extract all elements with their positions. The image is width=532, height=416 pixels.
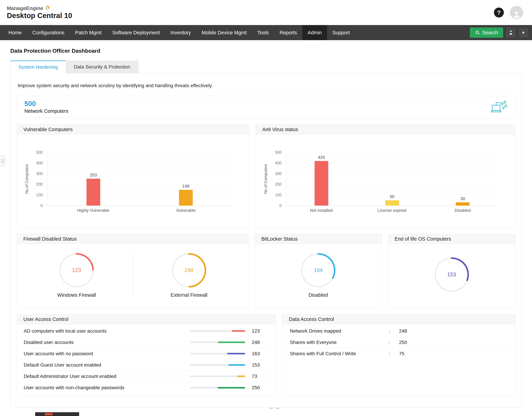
nav-item-mobile-device-mgmt[interactable]: Mobile Device Mgmt: [196, 25, 252, 40]
uac-row-value: 73: [252, 374, 269, 379]
bar-highly-vulnerable[interactable]: [86, 179, 100, 206]
dac-row-colon: :: [389, 340, 399, 345]
uac-row-user-accounts-with-non-changeable-passwords[interactable]: User accounts with non-changeable passwo…: [17, 382, 276, 393]
dashboard-tabs: System Hardening Data Security & Protect…: [10, 61, 522, 73]
gauge-external-firewall[interactable]: 248External Firewall: [170, 251, 208, 298]
anti-virus-status-card-body: No.of Computers01002003004005004205030No…: [256, 134, 515, 227]
dac-row-colon: :: [389, 328, 399, 334]
dac-row-value: 75: [399, 351, 404, 356]
dac-row-value: 250: [399, 340, 407, 345]
uac-progress-fill: [218, 341, 245, 343]
user-access-control-card: User Access ControlAD computers with loc…: [17, 314, 276, 396]
tab-system-hardening[interactable]: System Hardening: [10, 61, 66, 73]
gauge-value: 164: [299, 251, 337, 289]
bar-column-vulnerable: 149: [140, 152, 232, 206]
y-tick-label: 100: [32, 193, 43, 197]
bar-license-expired[interactable]: [385, 200, 399, 206]
dac-row-shares-with-full-control-write[interactable]: Shares with Full Control / Write:75: [282, 348, 515, 359]
end-of-life-os-computers-card-title: End of life OS Computers: [388, 234, 515, 244]
end-of-life-os-computers-card-body: 153: [388, 244, 515, 308]
gauge-value: 248: [170, 251, 208, 289]
avatar[interactable]: [510, 6, 523, 19]
uac-row-value: 248: [252, 340, 269, 345]
network-computers-card[interactable]: 500 Network Computers: [17, 96, 515, 118]
page-title: Data Protection Officer Dashboard: [10, 48, 522, 54]
search-button[interactable]: Search: [470, 28, 503, 38]
y-tick-label: 200: [271, 182, 282, 187]
charts-row: Vulnerable ComputersNo.of Computers01002…: [17, 124, 515, 227]
uac-row-disabled-user-accounts[interactable]: Disabled user accounts248: [17, 337, 276, 348]
uac-progress-track: [190, 364, 245, 366]
uac-progress-fill: [228, 364, 245, 366]
gauge-end-of-life-os-computers[interactable]: 153: [433, 256, 471, 293]
vulnerable-computers-card-body: No.of Computers0100200300400500253149Hig…: [17, 134, 249, 227]
bar-category-label: Highly Vulnerable: [47, 208, 140, 213]
dac-row-shares-with-everyone[interactable]: Shares with Everyone:250: [282, 337, 515, 348]
uac-progress-track: [190, 376, 245, 377]
nav-item-home[interactable]: Home: [3, 25, 27, 40]
dac-row-label: Shares with Full Control / Write: [290, 351, 389, 356]
assistant-button[interactable]: [506, 28, 516, 38]
uac-row-default-guest-user-account-enabled[interactable]: Default Guest User account enabled153: [17, 359, 276, 371]
uac-row-default-administrator-user-account-enabled[interactable]: Default Administrator User account enabl…: [17, 371, 276, 382]
data-access-control-card-title: Data Access Control: [282, 314, 515, 324]
nav-item-tools[interactable]: Tools: [252, 25, 274, 40]
firewall-disabled-status-card: Firewall Disabled Status123Windows Firew…: [17, 234, 248, 308]
anti-virus-status-card: Anti Virus statusNo.of Computers01002003…: [256, 124, 515, 227]
gauge-windows-firewall[interactable]: 123Windows Firewall: [57, 251, 96, 298]
nav-item-reports[interactable]: Reports: [274, 25, 302, 40]
bar-value-label: 149: [182, 184, 189, 189]
bar-value-label: 30: [460, 196, 465, 201]
gauge-disabled[interactable]: 164Disabled: [299, 251, 337, 298]
nav-item-configurations[interactable]: Configurations: [27, 25, 70, 40]
data-access-control-card-body: Network Drives mapped:248Shares with Eve…: [282, 324, 515, 395]
uac-progress-track: [190, 330, 245, 332]
uac-progress-fill: [227, 353, 245, 354]
vulnerable-computers-card: Vulnerable ComputersNo.of Computers01002…: [17, 124, 249, 227]
bar-category-label: Disabled: [427, 208, 498, 213]
bitlocker-status-card: BitLocker Status164Disabled: [255, 234, 382, 308]
cropped-overlay-red-block: [45, 413, 53, 415]
uac-progress-fill: [237, 376, 245, 377]
user-access-control-card-title: User Access Control: [17, 314, 276, 324]
user-access-control-card-body: AD computers with local user accounts123…: [17, 324, 276, 395]
firewall-disabled-status-card-body: 123Windows Firewall248External Firewall: [17, 244, 248, 308]
nav-item-software-deployment[interactable]: Software Deployment: [107, 25, 165, 40]
network-computers-count[interactable]: 500: [24, 100, 68, 108]
gauge-value: 123: [58, 251, 95, 289]
bitlocker-status-card-title: BitLocker Status: [255, 234, 382, 244]
uac-progress-fill: [232, 330, 245, 332]
gauge-label: Windows Firewall: [57, 292, 96, 298]
quick-actions-button[interactable]: [519, 28, 529, 38]
nav-item-inventory[interactable]: Inventory: [165, 25, 196, 40]
side-panel-toggle[interactable]: [0, 155, 5, 167]
product-name: Desktop Central 10: [7, 11, 72, 20]
y-tick-label: 100: [271, 193, 282, 197]
bar-column-license-expired: 50: [357, 152, 428, 206]
dac-row-label: Shares with Everyone: [290, 340, 389, 345]
uac-row-label: User accounts with no password: [24, 351, 190, 356]
y-tick-label: 300: [32, 171, 43, 176]
bar-not-installed[interactable]: [314, 161, 328, 206]
brand-logo[interactable]: ManageEngine Desktop Central 10: [7, 5, 72, 20]
y-tick-label: 200: [32, 182, 43, 187]
uac-row-ad-computers-with-local-user-accounts[interactable]: AD computers with local user accounts123: [17, 325, 276, 337]
dac-row-network-drives-mapped[interactable]: Network Drives mapped:248: [282, 325, 515, 337]
nav-item-patch-mgmt[interactable]: Patch Mgmt: [70, 25, 107, 40]
bar-column-highly-vulnerable: 253: [47, 152, 140, 206]
dac-row-colon: :: [389, 351, 399, 356]
tables-row: User Access ControlAD computers with loc…: [17, 314, 515, 396]
help-icon[interactable]: ?: [494, 8, 504, 18]
y-tick-label: 400: [271, 161, 282, 165]
nav-item-support[interactable]: Support: [327, 25, 355, 40]
dac-row-label: Network Drives mapped: [290, 328, 389, 334]
nav-item-admin[interactable]: Admin: [302, 25, 327, 40]
uac-progress-track: [190, 341, 245, 343]
uac-progress-track: [190, 387, 245, 388]
uac-row-user-accounts-with-no-password[interactable]: User accounts with no password163: [17, 348, 276, 359]
y-tick-label: 400: [32, 161, 43, 165]
bar-vulnerable[interactable]: [179, 190, 193, 206]
bar-disabled[interactable]: [456, 202, 470, 206]
gauges-row: Firewall Disabled Status123Windows Firew…: [17, 234, 515, 308]
tab-data-security-protection[interactable]: Data Security & Protection: [66, 61, 138, 73]
